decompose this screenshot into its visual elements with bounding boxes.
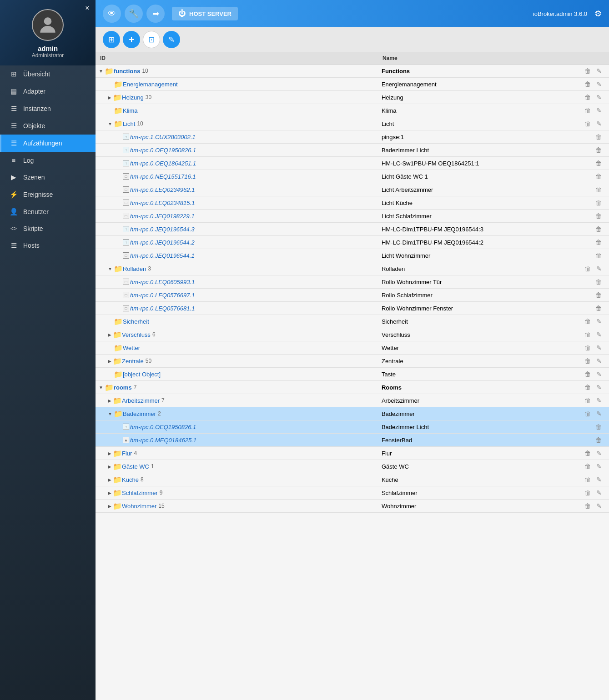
edit-row-button[interactable]: ✎ xyxy=(594,383,604,392)
edit-row-button[interactable]: ✎ xyxy=(594,501,604,510)
edit-row-button[interactable]: ✎ xyxy=(594,330,604,339)
row-id[interactable]: functions xyxy=(114,68,141,75)
sidebar-item-uebersicht[interactable]: ⊞ Übersicht xyxy=(0,65,96,83)
expand-button[interactable]: ▶ xyxy=(106,464,113,469)
edit-row-button[interactable]: ✎ xyxy=(594,475,604,484)
sidebar-item-hosts[interactable]: ☰ Hosts xyxy=(0,237,96,254)
delete-button[interactable]: 🗑 xyxy=(594,132,604,141)
delete-button[interactable]: 🗑 xyxy=(583,80,593,89)
expand-button[interactable]: ▶ xyxy=(106,504,113,509)
expand-button[interactable]: ▼ xyxy=(97,385,105,390)
delete-button[interactable]: 🗑 xyxy=(594,211,604,220)
delete-button[interactable]: 🗑 xyxy=(594,277,604,286)
delete-button[interactable]: 🗑 xyxy=(594,304,604,313)
expand-button[interactable]: ▶ xyxy=(106,451,113,456)
row-id[interactable]: hm-rpc.0.OEQ1864251.1 xyxy=(130,160,196,167)
row-id[interactable]: Küche xyxy=(122,476,139,483)
edit-row-button[interactable]: ✎ xyxy=(594,343,604,352)
delete-button[interactable]: 🗑 xyxy=(583,475,593,484)
edit-row-button[interactable]: ✎ xyxy=(594,317,604,326)
row-id[interactable]: hm-rpc.0.LEQ0234962.1 xyxy=(130,186,195,193)
edit-row-button[interactable]: ✎ xyxy=(594,264,604,273)
delete-button[interactable]: 🗑 xyxy=(594,198,604,207)
delete-button[interactable]: 🗑 xyxy=(594,159,604,168)
row-id[interactable]: hm-rpc.0.OEQ1950826.1 xyxy=(130,424,196,430)
delete-button[interactable]: 🗑 xyxy=(583,330,593,339)
delete-button[interactable]: 🗑 xyxy=(583,317,593,326)
delete-button[interactable]: 🗑 xyxy=(583,264,593,273)
row-id[interactable]: hm-rpc.0.JEQ0198229.1 xyxy=(130,213,195,220)
delete-button[interactable]: 🗑 xyxy=(583,501,593,510)
row-id[interactable]: [object Object] xyxy=(123,371,161,378)
sidebar-item-objekte[interactable]: ☰ Objekte xyxy=(0,117,96,135)
delete-button[interactable]: 🗑 xyxy=(583,383,593,392)
row-id[interactable]: Sicherheit xyxy=(123,318,149,325)
row-id[interactable]: Zentrale xyxy=(122,358,144,365)
edit-row-button[interactable]: ✎ xyxy=(594,356,604,365)
settings-icon[interactable]: ⚙ xyxy=(594,9,602,19)
sidebar-item-szenen[interactable]: ▶ Szenen xyxy=(0,169,96,186)
eye-button[interactable]: 👁 xyxy=(103,5,121,23)
edit-row-button[interactable]: ✎ xyxy=(594,449,604,458)
row-id[interactable]: Energiemanagement xyxy=(123,81,178,88)
delete-button[interactable]: 🗑 xyxy=(594,145,604,155)
row-id[interactable]: Rolladen xyxy=(123,265,146,272)
row-id[interactable]: Wetter xyxy=(123,345,140,351)
expand-button[interactable]: ▼ xyxy=(106,266,114,271)
delete-button[interactable]: 🗑 xyxy=(583,106,593,115)
row-id[interactable]: hm-rpc.0.LEQ0576697.1 xyxy=(130,292,195,299)
edit-row-button[interactable]: ✎ xyxy=(594,80,604,89)
sidebar-item-log[interactable]: ≡ Log xyxy=(0,152,96,169)
row-id[interactable]: Klima xyxy=(123,107,138,114)
expand-button[interactable]: ▶ xyxy=(106,477,113,482)
delete-button[interactable]: 🗑 xyxy=(594,172,604,181)
expand-button[interactable]: ▶ xyxy=(106,95,113,100)
delete-button[interactable]: 🗑 xyxy=(594,435,604,445)
row-id[interactable]: Schlafzimmer xyxy=(122,490,158,496)
expand-button[interactable]: ▼ xyxy=(106,121,114,126)
row-id[interactable]: hm-rpc.0.OEQ1950826.1 xyxy=(130,147,196,154)
add-button[interactable]: + xyxy=(123,31,140,48)
delete-button[interactable]: 🗑 xyxy=(583,449,593,458)
sidebar-close-button[interactable]: × xyxy=(83,4,92,13)
delete-button[interactable]: 🗑 xyxy=(583,409,593,418)
expand-button[interactable]: ▶ xyxy=(106,490,113,495)
delete-button[interactable]: 🗑 xyxy=(583,488,593,497)
delete-button[interactable]: 🗑 xyxy=(594,225,604,234)
row-id[interactable]: hm-rpc.0.MEQ0184625.1 xyxy=(130,437,196,444)
row-id[interactable]: Heizung xyxy=(122,94,144,101)
expand-button[interactable]: ▶ xyxy=(106,359,113,364)
arrow-button[interactable]: ➡ xyxy=(146,5,165,23)
delete-button[interactable]: 🗑 xyxy=(583,396,593,405)
row-id[interactable]: hm-rpc.0.JEQ0196544.2 xyxy=(130,239,195,246)
grid-view-button[interactable]: ⊞ xyxy=(103,31,120,48)
table-area[interactable]: ID Name ▼ 📁 functions 10 Functions 🗑 ✎ xyxy=(96,52,609,700)
edit-row-button[interactable]: ✎ xyxy=(594,66,604,75)
edit-row-button[interactable]: ✎ xyxy=(594,409,604,418)
copy-button[interactable]: ⊡ xyxy=(143,31,160,48)
delete-button[interactable]: 🗑 xyxy=(594,185,604,194)
sidebar-item-skripte[interactable]: <> Skripte xyxy=(0,220,96,237)
delete-button[interactable]: 🗑 xyxy=(583,370,593,379)
edit-row-button[interactable]: ✎ xyxy=(594,106,604,115)
row-id[interactable]: hm-rpc.0.JEQ0196544.3 xyxy=(130,226,195,233)
delete-button[interactable]: 🗑 xyxy=(583,462,593,471)
edit-row-button[interactable]: ✎ xyxy=(594,370,604,379)
row-id[interactable]: Flur xyxy=(122,450,132,457)
edit-row-button[interactable]: ✎ xyxy=(594,119,604,128)
expand-button[interactable]: ▼ xyxy=(97,69,105,74)
row-id[interactable]: hm-rpc.0.NEQ1551716.1 xyxy=(130,173,196,180)
edit-row-button[interactable]: ✎ xyxy=(594,462,604,471)
delete-button[interactable]: 🗑 xyxy=(594,251,604,260)
expand-button[interactable]: ▼ xyxy=(106,411,114,416)
row-id[interactable]: hm-rpc.0.JEQ0196544.1 xyxy=(130,252,195,259)
sidebar-item-adapter[interactable]: ▤ Adapter xyxy=(0,83,96,100)
row-id[interactable]: Badezimmer xyxy=(123,410,156,417)
wrench-button[interactable]: 🔧 xyxy=(125,5,143,23)
delete-button[interactable]: 🗑 xyxy=(583,119,593,128)
row-id[interactable]: Licht xyxy=(123,120,135,127)
row-id[interactable]: rooms xyxy=(114,384,132,391)
row-id[interactable]: Wohnzimmer xyxy=(122,503,156,510)
edit-row-button[interactable]: ✎ xyxy=(594,488,604,497)
row-id[interactable]: hm-rpc.0.LEQ0234815.1 xyxy=(130,200,195,206)
